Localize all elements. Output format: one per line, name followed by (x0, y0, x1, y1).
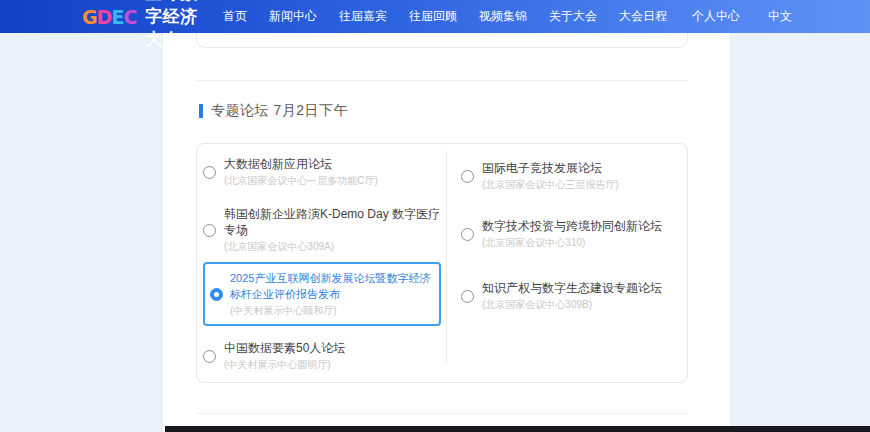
radio-unselected-icon[interactable] (203, 350, 216, 363)
logo-gdec-icon: GDEC (82, 6, 136, 28)
forum-venue: (中关村展示中心圆明厅) (224, 358, 345, 372)
forum-option-bigdata[interactable]: 大数据创新应用论坛 (北京国家会议中心一层多功能C厅) (203, 156, 446, 188)
forum-title: 国际电子竞技发展论坛 (482, 160, 619, 176)
forum-title: 韩国创新企业路演K-Demo Day 数字医疗专场 (224, 206, 444, 238)
radio-unselected-icon[interactable] (461, 170, 474, 183)
section-header: 专题论坛 7月2日下午 (199, 102, 348, 120)
forum-venue: (北京国家会议中心310) (482, 236, 662, 250)
nav-item-past-review[interactable]: 往届回顾 (398, 8, 468, 25)
section-accent-bar-icon (199, 104, 203, 118)
content-panel: 专题论坛 7月2日下午 大数据创新应用论坛 (北京国家会议中心一层多功能C厅) … (163, 33, 730, 432)
forum-option-selected-wrapper: 2025产业互联网创新发展论坛暨数字经济标杆企业评价报告发布 (中关村展示中心颐… (203, 262, 441, 326)
nav-item-home[interactable]: 首页 (212, 8, 258, 25)
forum-option-digital-investment[interactable]: 数字技术投资与跨境协同创新论坛 (北京国家会议中心310) (461, 218, 688, 250)
radio-selected-icon[interactable] (210, 288, 223, 301)
forum-option-ip-ecosystem[interactable]: 知识产权与数字生态建设专题论坛 (北京国家会议中心309B) (461, 280, 688, 312)
forum-venue: (北京国家会议中心三层报告厅) (482, 178, 619, 192)
forum-option-kdemo[interactable]: 韩国创新企业路演K-Demo Day 数字医疗专场 (北京国家会议中心309A) (203, 206, 446, 254)
bottom-window-edge (165, 426, 870, 432)
forum-venue: (北京国家会议中心一层多功能C厅) (224, 174, 378, 188)
divider-bottom (196, 413, 688, 414)
forum-title: 数字技术投资与跨境协同创新论坛 (482, 218, 662, 234)
site-logo[interactable]: GDEC 全球数字经济大会 (82, 0, 198, 51)
radio-unselected-icon[interactable] (461, 228, 474, 241)
forum-title: 2025产业互联网创新发展论坛暨数字经济标杆企业评价报告发布 (230, 270, 434, 302)
nav-item-news[interactable]: 新闻中心 (258, 8, 328, 25)
radio-unselected-icon[interactable] (203, 166, 216, 179)
forum-venue: (北京国家会议中心309A) (224, 240, 444, 254)
top-navbar: GDEC 全球数字经济大会 首页 新闻中心 往届嘉宾 往届回顾 视频集锦 关于大… (0, 0, 870, 33)
forum-title: 中国数据要素50人论坛 (224, 340, 345, 356)
nav-item-past-guests[interactable]: 往届嘉宾 (328, 8, 398, 25)
section-title: 专题论坛 7月2日下午 (211, 102, 348, 120)
nav-right-group: 个人中心 中文 (678, 8, 806, 25)
forum-title: 知识产权与数字生态建设专题论坛 (482, 280, 662, 296)
forum-venue: (北京国家会议中心309B) (482, 298, 662, 312)
forum-column-right: 国际电子竞技发展论坛 (北京国家会议中心三层报告厅) 数字技术投资与跨境协同创新… (447, 144, 688, 382)
nav-item-language-toggle[interactable]: 中文 (754, 8, 806, 25)
site-title: 全球数字经济大会 (145, 0, 198, 51)
nav-item-video-highlights[interactable]: 视频集锦 (468, 8, 538, 25)
forum-venue: (中关村展示中心颐和厅) (230, 304, 434, 318)
forum-option-industrial-internet[interactable]: 2025产业互联网创新发展论坛暨数字经济标杆企业评价报告发布 (中关村展示中心颐… (210, 270, 434, 318)
nav-item-personal-center[interactable]: 个人中心 (678, 8, 754, 25)
nav-item-about[interactable]: 关于大会 (538, 8, 608, 25)
divider-top (196, 80, 688, 81)
radio-unselected-icon[interactable] (461, 290, 474, 303)
radio-unselected-icon[interactable] (203, 224, 216, 237)
forum-option-data-elements[interactable]: 中国数据要素50人论坛 (中关村展示中心圆明厅) (203, 340, 446, 372)
forum-options-box: 大数据创新应用论坛 (北京国家会议中心一层多功能C厅) 韩国创新企业路演K-De… (196, 143, 688, 383)
forum-option-esports[interactable]: 国际电子竞技发展论坛 (北京国家会议中心三层报告厅) (461, 160, 688, 192)
forum-title: 大数据创新应用论坛 (224, 156, 378, 172)
forum-column-left: 大数据创新应用论坛 (北京国家会议中心一层多功能C厅) 韩国创新企业路演K-De… (197, 144, 446, 382)
page: GDEC 全球数字经济大会 首页 新闻中心 往届嘉宾 往届回顾 视频集锦 关于大… (0, 0, 870, 432)
nav-menu: 首页 新闻中心 往届嘉宾 往届回顾 视频集锦 关于大会 大会日程 (212, 8, 678, 25)
nav-item-agenda[interactable]: 大会日程 (608, 8, 678, 25)
